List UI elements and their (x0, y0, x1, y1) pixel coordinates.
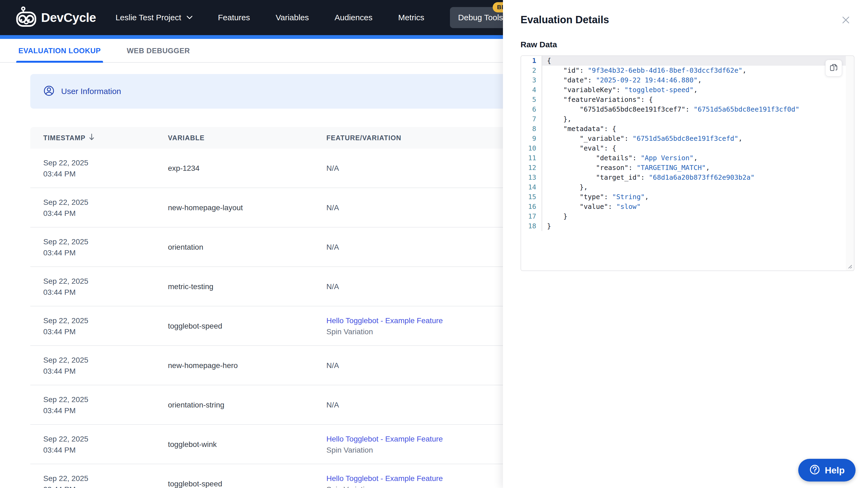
na-label: N/A (327, 203, 339, 212)
na-label: N/A (327, 164, 339, 173)
feature-variation-cell: N/A (327, 346, 339, 385)
feature-variation-cell: N/A (327, 267, 339, 306)
feature-link[interactable]: Hello Togglebot - Example Feature (327, 433, 443, 445)
line-number: 2 (521, 66, 542, 75)
code-line: 11 "details": "App Version", (521, 153, 846, 163)
line-number: 10 (521, 143, 542, 153)
devcycle-logo[interactable]: DevCycle (15, 6, 96, 29)
code-line: 17 } (521, 212, 846, 221)
feature-variation-cell: N/A (327, 149, 339, 188)
code-line: 4 "variableKey": "togglebot-speed", (521, 85, 846, 95)
line-number: 15 (521, 192, 542, 202)
line-number: 5 (521, 95, 542, 104)
code-line: 6 "6751d5a65bdc8ee191f3cef7": "6751d5a65… (521, 104, 846, 114)
nav-item-variables[interactable]: Variables (276, 13, 309, 22)
feature-variation-cell: Hello Togglebot - Example FeatureSpin Va… (327, 306, 443, 346)
tab-evaluation-lookup[interactable]: EVALUATION LOOKUP (16, 47, 103, 62)
timestamp-cell: Sep 22, 202503:44 PM (43, 425, 88, 464)
arrow-down-icon[interactable] (88, 133, 95, 143)
variable-cell: togglebot-wink (168, 425, 217, 464)
line-number: 1 (521, 56, 542, 66)
tab-web-debugger[interactable]: WEB DEBUGGER (125, 47, 192, 62)
variable-cell: exp-1234 (168, 149, 199, 188)
timestamp-cell: Sep 22, 202503:44 PM (43, 149, 88, 188)
code-line: 14 }, (521, 183, 846, 192)
line-number: 18 (521, 221, 542, 231)
timestamp-cell: Sep 22, 202503:44 PM (43, 346, 88, 385)
banner-title: User Information (61, 87, 121, 96)
nav-item-metrics[interactable]: Metrics (398, 13, 424, 22)
line-number: 3 (521, 75, 542, 85)
variable-cell: new-homepage-layout (168, 188, 243, 228)
line-number: 13 (521, 173, 542, 183)
variable-cell: orientation-string (168, 385, 224, 425)
variable-cell: togglebot-speed (168, 464, 222, 488)
help-label: Help (825, 465, 845, 476)
code-line: 8 "metadata": { (521, 124, 846, 134)
help-button[interactable]: Help (798, 459, 856, 482)
line-number: 16 (521, 202, 542, 212)
variable-cell: new-homepage-hero (168, 346, 238, 385)
line-number: 14 (521, 183, 542, 192)
chevron-down-icon (186, 13, 194, 22)
question-circle-icon (809, 464, 820, 476)
code-line: 7 }, (521, 114, 846, 124)
line-number: 11 (521, 153, 542, 163)
timestamp-cell: Sep 22, 202503:44 PM (43, 267, 88, 306)
line-number: 6 (521, 104, 542, 114)
variable-cell: togglebot-speed (168, 306, 222, 346)
feature-link[interactable]: Hello Togglebot - Example Feature (327, 315, 443, 326)
feature-variation-cell: Hello Togglebot - Example FeatureSpin Va… (327, 425, 443, 464)
feature-variation-cell: Hello Togglebot - Example FeatureSpin Va… (327, 464, 443, 488)
code-line: 2 "id": "9f3e4b32-6ebb-4d16-8bef-03dccf3… (521, 66, 846, 75)
na-label: N/A (327, 401, 339, 410)
code-line: 3 "date": "2025-09-22 19:44:46.880", (521, 75, 846, 85)
column-header-variable[interactable]: VARIABLE (168, 127, 205, 149)
project-selector[interactable]: Leslie Test Project (116, 13, 194, 22)
evaluation-details-panel: Evaluation Details Raw Data 1{2 "id": "9… (503, 0, 868, 488)
code-content: 1{2 "id": "9f3e4b32-6ebb-4d16-8bef-03dcc… (521, 56, 846, 270)
code-line: 18} (521, 221, 846, 231)
timestamp-cell: Sep 22, 202503:44 PM (43, 228, 88, 267)
nav-item-debug-tools[interactable]: Debug Tools BETA (450, 7, 511, 28)
nav-items: FeaturesVariablesAudiencesMetrics (218, 13, 424, 22)
timestamp-cell: Sep 22, 202503:44 PM (43, 464, 88, 488)
timestamp-cell: Sep 22, 202503:44 PM (43, 188, 88, 228)
code-line: 1{ (521, 56, 846, 66)
resize-handle-icon[interactable] (846, 263, 852, 269)
code-line: 15 "type": "String", (521, 192, 846, 202)
user-circle-icon (43, 85, 55, 98)
copy-icon[interactable] (825, 60, 842, 76)
raw-data-label: Raw Data (521, 40, 557, 49)
timestamp-cell: Sep 22, 202503:44 PM (43, 385, 88, 425)
line-number: 8 (521, 124, 542, 134)
line-number: 7 (521, 114, 542, 124)
variable-cell: orientation (168, 228, 203, 267)
app-root: User Information TIMESTAMP VARIABLE FEAT… (0, 0, 868, 488)
close-icon[interactable] (840, 14, 852, 26)
devcycle-robot-icon (15, 6, 37, 29)
feature-variation-cell: N/A (327, 188, 339, 228)
line-number: 4 (521, 85, 542, 95)
variation-label: Spin Variation (327, 445, 443, 456)
project-name: Leslie Test Project (116, 13, 181, 22)
column-header-feature-variation[interactable]: FEATURE/VARIATION (327, 127, 401, 149)
code-line: 10 "eval": { (521, 143, 846, 153)
code-line: 5 "featureVariations": { (521, 95, 846, 104)
brand-name: DevCycle (41, 10, 96, 25)
code-line: 13 "target_id": "68d1a6a20b873ff62e903b2… (521, 173, 846, 183)
raw-data-code-block[interactable]: 1{2 "id": "9f3e4b32-6ebb-4d16-8bef-03dcc… (521, 55, 855, 271)
variable-cell: metric-testing (168, 267, 213, 306)
variation-label: Spin Variation (327, 484, 443, 488)
line-number: 17 (521, 212, 542, 221)
na-label: N/A (327, 243, 339, 252)
code-line: 16 "value": "slow" (521, 202, 846, 212)
timestamp-cell: Sep 22, 202503:44 PM (43, 306, 88, 346)
line-number: 9 (521, 134, 542, 143)
nav-item-features[interactable]: Features (218, 13, 250, 22)
na-label: N/A (327, 361, 339, 370)
nav-item-audiences[interactable]: Audiences (335, 13, 372, 22)
feature-link[interactable]: Hello Togglebot - Example Feature (327, 473, 443, 484)
column-header-timestamp[interactable]: TIMESTAMP (43, 127, 95, 149)
panel-title: Evaluation Details (521, 14, 609, 26)
